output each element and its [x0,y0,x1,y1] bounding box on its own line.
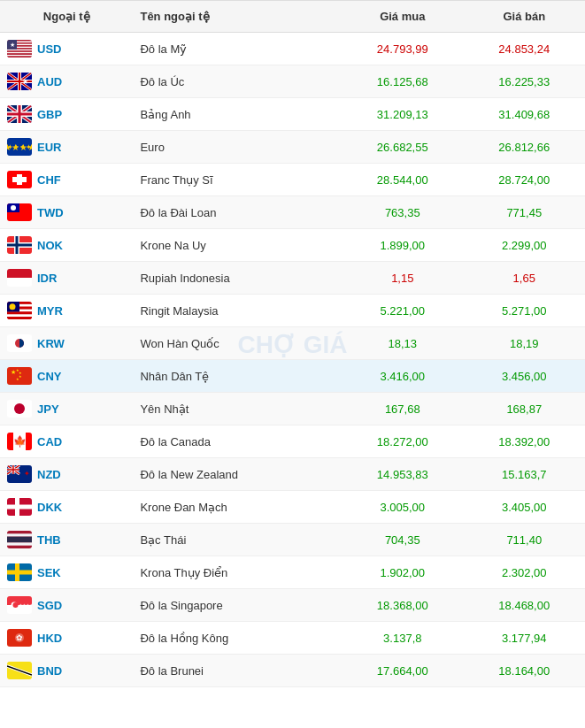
svg-rect-54 [7,311,32,314]
svg-point-68 [14,403,25,414]
svg-point-96 [13,602,19,608]
table-row: ★★★★★ SGD Đô la Singapore18.368,0018.468… [0,589,585,622]
currency-name: Đô la Hồng Kông [133,622,342,655]
table-row: ★★★★★★★★★★★★ ✦✦✦✦✦✦✦✦✦✦✦✦ EUR Euro26.682… [0,131,585,164]
table-row: CHF Franc Thụy Sĩ28.544,0028.724,00 [0,164,585,196]
buy-price: 3.005,00 [342,491,463,524]
sell-price: 771,45 [464,196,585,229]
buy-price: 24.793,99 [342,33,463,65]
currency-name: Yên Nhật [133,393,342,425]
currency-code: TWD [37,206,64,219]
currency-code: USD [37,42,61,56]
svg-rect-89 [7,542,32,545]
currency-code: HKD [37,632,62,645]
flag-twd [7,203,32,221]
currency-code: SGD [37,599,62,612]
svg-rect-11 [7,55,32,57]
currency-table-container: CHỢ GIÁ Ngoại tệ Tên ngoại tệ Giá mua Gi… [0,0,585,687]
table-row: ★ ★ ★ ★ ★ CNY Nhân Dân Tệ3.416,003.456,0… [0,360,585,393]
table-row: ★ AUD Đô la Úc16.125,6816.225,33 [0,65,585,98]
sell-price: 15.163,7 [464,458,585,491]
buy-price: 1,15 [342,262,463,295]
buy-price: 763,35 [342,196,463,229]
currency-name: Bảng Anh [133,98,342,131]
flag-chf [7,171,32,188]
buy-price: 18,13 [342,327,463,360]
currency-cell: DKK [0,491,133,524]
table-header-row: Ngoại tệ Tên ngoại tệ Giá mua Giá bán [0,1,585,33]
col-name-header: Tên ngoại tệ [133,1,342,33]
svg-rect-23 [19,73,20,90]
col-sell-header: Giá bán [464,1,585,33]
flag-eur: ★★★★★★★★★★★★ ✦✦✦✦✦✦✦✦✦✦✦✦ [7,138,32,156]
svg-point-58 [10,303,16,310]
svg-point-42 [11,205,16,211]
table-row: KRW Won Hàn Quốc18,1318,19 [0,327,585,360]
currency-cell: ✿ HKD [0,622,133,655]
currency-code: CAD [37,435,62,448]
currency-name: Đô la Brunei [133,655,342,687]
flag-gbp [7,105,32,123]
currency-name: Đô la Úc [133,65,342,98]
buy-price: 26.682,55 [342,131,463,164]
currency-name: Ringit Malaysia [133,295,342,327]
svg-rect-48 [7,269,32,278]
sell-price: 18.392,00 [464,425,585,458]
flag-cad: 🍁 [7,433,32,450]
currency-table: Ngoại tệ Tên ngoại tệ Giá mua Giá bán [0,0,585,687]
currency-cell: THB [0,524,133,556]
buy-price: 16.125,68 [342,65,463,98]
svg-text:🍁: 🍁 [13,434,27,448]
currency-name: Bạc Thái [133,524,342,556]
sell-price: 24.853,24 [464,33,585,65]
currency-name: Đô la Singapore [133,589,342,622]
svg-text:★★★★★: ★★★★★ [19,602,32,608]
currency-cell: NOK [0,229,133,262]
currency-code: MYR [37,304,63,318]
currency-cell: 🍁 CAD [0,425,133,458]
table-row: GBP Bảng Anh31.209,1331.409,68 [0,98,585,131]
table-row: MYR Ringit Malaysia5.221,005.271,00 [0,295,585,327]
flag-cny: ★ ★ ★ ★ ★ [7,367,32,385]
currency-code: NOK [37,239,63,252]
currency-code: CNY [37,370,61,383]
flag-sek [7,563,32,581]
flag-usd: ★ [7,40,32,57]
table-row: JPY Yên Nhật167,68168,87 [0,393,585,425]
sell-price: 3.405,00 [464,491,585,524]
currency-name: Rupiah Indonesia [133,262,342,295]
flag-hkd: ✿ [7,629,32,647]
currency-name: Đô la Mỹ [133,33,342,65]
buy-price: 3.137,8 [342,622,463,655]
sell-price: 5.271,00 [464,295,585,327]
svg-rect-85 [15,498,19,516]
sell-price: 26.812,66 [464,131,585,164]
currency-code: SEK [37,566,61,579]
table-row: ✦ NZD Đô la New Zealand14.953,8315.163,7 [0,458,585,491]
flag-bnd [7,662,32,679]
buy-price: 3.416,00 [342,360,463,393]
currency-code: JPY [37,402,59,416]
currency-code: NZD [37,468,61,481]
svg-rect-46 [7,244,32,247]
table-row: TWD Đô la Đài Loan763,35771,45 [0,196,585,229]
table-row: ✿ HKD Đô la Hồng Kông3.137,83.177,94 [0,622,585,655]
svg-rect-10 [7,53,32,55]
currency-code: CHF [37,173,61,187]
flag-jpy [7,400,32,418]
currency-code: THB [37,533,61,547]
currency-code: DKK [37,501,62,514]
currency-cell: ★★★★★★★★★★★★ ✦✦✦✦✦✦✦✦✦✦✦✦ EUR [0,131,133,164]
buy-price: 704,35 [342,524,463,556]
currency-code: BND [37,664,62,678]
sell-price: 3.456,00 [464,360,585,393]
sell-price: 2.302,00 [464,556,585,589]
currency-name: Đô la Canada [133,425,342,458]
flag-aud: ★ [7,73,32,90]
buy-price: 28.544,00 [342,164,463,196]
flag-dkk [7,498,32,516]
sell-price: 18.468,00 [464,589,585,622]
sell-price: 16.225,33 [464,65,585,98]
svg-rect-88 [7,537,32,543]
sell-price: 3.177,94 [464,622,585,655]
